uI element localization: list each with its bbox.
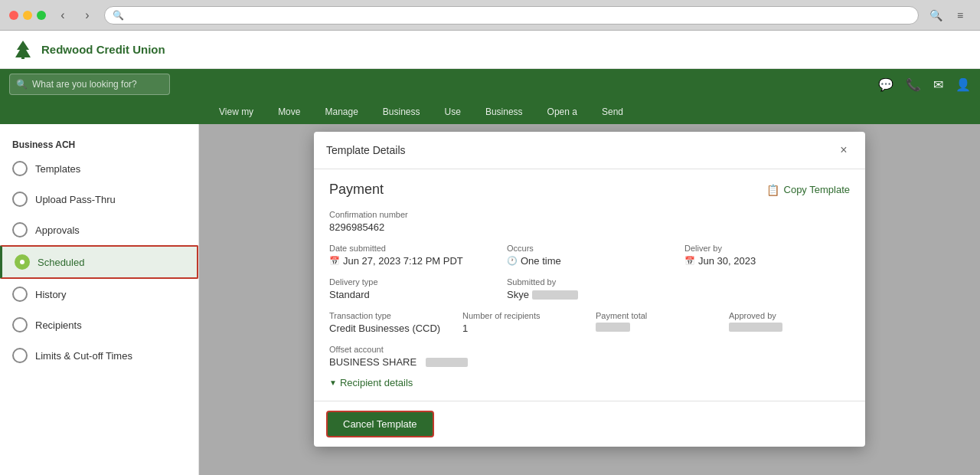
top-nav: 🔍 What are you looking for? 💬 📞 ✉ 👤 (0, 69, 980, 100)
recipient-details-toggle[interactable]: ▼ Recipient details (329, 377, 850, 388)
chat-icon[interactable]: 💬 (878, 77, 893, 92)
recipients-icon (12, 317, 28, 332)
approvals-icon (12, 222, 28, 238)
modal-close-button[interactable]: × (835, 141, 853, 159)
modal-footer: Cancel Template (314, 401, 865, 447)
detail-row-2: Delivery type Standard Submitted by Skye (329, 277, 850, 300)
modal-payment-header: Payment 📋 Copy Template (329, 182, 850, 198)
search-bar[interactable]: 🔍 What are you looking for? (9, 74, 170, 95)
sidebar-item-recipients[interactable]: Recipients (0, 310, 198, 340)
delivery-type-label: Delivery type (329, 277, 495, 287)
svg-marker-0 (15, 41, 31, 57)
approved-by-label: Approved by (729, 311, 850, 320)
copy-template-button[interactable]: 📋 Copy Template (766, 184, 850, 196)
maximize-window-button[interactable] (37, 11, 46, 20)
confirmation-value: 8296985462 (329, 221, 850, 233)
templates-icon (12, 161, 28, 176)
copy-icon: 📋 (766, 184, 779, 196)
sidebar-item-label: History (35, 289, 66, 300)
logo-tree-icon (12, 39, 34, 61)
content-area: Template Details × Payment 📋 Copy Templa… (199, 124, 980, 475)
confirmation-section: Confirmation number 8296985462 (329, 210, 850, 233)
payment-total-redacted (596, 323, 630, 332)
occurs-label: Occurs (507, 244, 672, 253)
logo-text: Redwood Credit Union (41, 43, 165, 56)
user-icon[interactable]: 👤 (956, 77, 971, 92)
recipients-item: Number of recipients 1 (462, 311, 583, 334)
offset-account-value: BUSINESS SHARE (329, 356, 850, 368)
chevron-down-icon: ▼ (329, 378, 337, 387)
cancel-template-button[interactable]: Cancel Template (326, 411, 434, 437)
sidebar-item-limits[interactable]: Limits & Cut-off Times (0, 340, 198, 371)
menu-item-open-a[interactable]: Open a (535, 100, 590, 124)
search-placeholder: What are you looking for? (32, 79, 137, 90)
date-submitted-item: Date submitted 📅 Jun 27, 2023 7:12 PM PD… (329, 244, 495, 267)
sidebar-item-upload-pass-thru[interactable]: Upload Pass-Thru (0, 184, 198, 215)
deliver-by-label: Deliver by (684, 244, 850, 253)
payment-total-value (596, 323, 717, 332)
phone-icon[interactable]: 📞 (906, 77, 921, 92)
limits-icon (12, 348, 28, 363)
svg-rect-1 (21, 56, 24, 59)
menu-item-use[interactable]: Use (433, 100, 473, 124)
top-nav-left: 🔍 What are you looking for? (9, 74, 170, 95)
offset-account-item: Offset account BUSINESS SHARE (329, 345, 850, 368)
menu-item-manage[interactable]: Manage (312, 100, 370, 124)
delivery-type-item: Delivery type Standard (329, 277, 495, 300)
date-submitted-value: 📅 Jun 27, 2023 7:12 PM PDT (329, 255, 495, 267)
upload-icon (12, 192, 28, 207)
menu-item-send[interactable]: Send (590, 100, 635, 124)
icon-dot (20, 260, 24, 264)
back-button[interactable]: ‹ (52, 5, 74, 26)
sidebar-item-approvals[interactable]: Approvals (0, 215, 198, 245)
sidebar-item-label: Recipients (35, 319, 82, 331)
logo-bar: Redwood Credit Union (0, 31, 980, 69)
submitted-by-label: Submitted by (507, 277, 672, 287)
payment-total-label: Payment total (596, 311, 717, 320)
template-details-modal: Template Details × Payment 📋 Copy Templa… (314, 132, 865, 447)
app-container: Redwood Credit Union 🔍 What are you look… (0, 31, 980, 475)
clock-icon: 🕐 (507, 256, 518, 266)
calendar-icon-2: 📅 (684, 256, 695, 266)
sidebar-item-history[interactable]: History (0, 279, 198, 310)
sidebar-item-templates[interactable]: Templates (0, 153, 198, 184)
modal-overlay[interactable]: Template Details × Payment 📋 Copy Templa… (199, 124, 980, 475)
sidebar-item-scheduled[interactable]: Scheduled (0, 245, 198, 279)
menu-item-business2[interactable]: Business (473, 100, 535, 124)
detail-row-3: Transaction type Credit Businesses (CCD)… (329, 311, 850, 334)
browser-share-button[interactable]: 🔍 (925, 5, 946, 26)
sidebar-section-title: Business ACH (0, 133, 198, 153)
address-bar[interactable]: 🔍 (104, 6, 919, 25)
minimize-window-button[interactable] (23, 11, 32, 20)
transaction-type-value: Credit Businesses (CCD) (329, 323, 450, 334)
sidebar-item-label: Upload Pass-Thru (35, 194, 116, 205)
menu-item-move[interactable]: Move (266, 100, 312, 124)
approved-by-item: Approved by (729, 311, 850, 334)
address-search-icon: 🔍 (113, 10, 124, 21)
browser-actions: 🔍 ≡ (925, 5, 971, 26)
deliver-by-text: Jun 30, 2023 (698, 255, 756, 267)
sidebar-item-label: Templates (35, 163, 80, 175)
offset-account-label: Offset account (329, 345, 850, 354)
menu-item-business1[interactable]: Business (371, 100, 433, 124)
recipients-label: Number of recipients (462, 311, 583, 320)
payment-title: Payment (329, 182, 384, 198)
delivery-type-value: Standard (329, 289, 495, 300)
sidebar: Business ACH Templates Upload Pass-Thru … (0, 124, 199, 475)
offset-account-redacted (426, 358, 468, 367)
calendar-icon-1: 📅 (329, 256, 340, 266)
mail-icon[interactable]: ✉ (933, 77, 943, 92)
date-submitted-text: Jun 27, 2023 7:12 PM PDT (343, 255, 463, 267)
recipients-value: 1 (462, 323, 583, 334)
modal-header: Template Details × (314, 132, 865, 169)
occurs-value: 🕐 One time (507, 255, 672, 267)
placeholder-item (684, 277, 850, 300)
deliver-by-item: Deliver by 📅 Jun 30, 2023 (684, 244, 850, 267)
occurs-text: One time (521, 255, 561, 267)
nav-buttons: ‹ › (52, 5, 98, 26)
forward-button[interactable]: › (77, 5, 98, 26)
close-window-button[interactable] (9, 11, 18, 20)
menu-item-view-my[interactable]: View my (207, 100, 266, 124)
approved-by-value (729, 323, 850, 332)
browser-menu-button[interactable]: ≡ (949, 5, 971, 26)
